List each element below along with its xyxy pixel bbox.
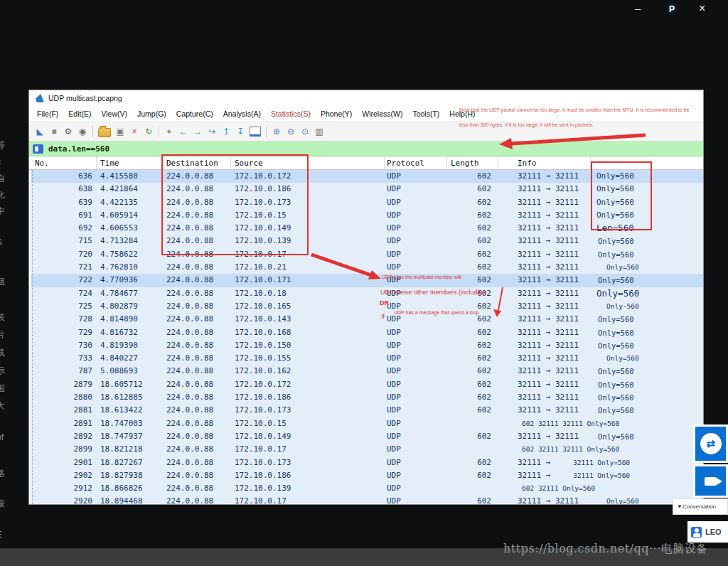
column-header-protocol[interactable]: Protocol (385, 156, 447, 169)
packet-row-724[interactable]: 7244.784677224.0.0.88172.10.0.18UDP60232… (31, 287, 703, 300)
capture-stop-icon[interactable]: ■ (48, 125, 60, 138)
edge-glyph: S (0, 237, 2, 247)
source-cell: 172.10.0.149 (231, 430, 385, 443)
no-cell: 733 (31, 352, 97, 365)
packet-row-639[interactable]: 6394.422135224.0.0.88172.10.0.173UDP6023… (31, 196, 703, 209)
resize-columns-icon[interactable]: ▥ (313, 125, 326, 138)
packet-row-636[interactable]: 6364.415580224.0.0.88172.10.0.172UDP6023… (31, 170, 703, 183)
destination-cell: 224.0.0.88 (163, 352, 231, 365)
menu-item-view[interactable]: View(V) (96, 108, 132, 119)
info-extra-cell: Only=560 (591, 274, 703, 287)
edge-glyph: 中 (0, 205, 5, 218)
go-to-packet-icon[interactable]: ↪ (205, 125, 218, 138)
close-file-icon[interactable]: × (128, 125, 141, 138)
menu-item-wireless[interactable]: Wireless(W) (357, 108, 407, 119)
destination-cell: 224.0.0.88 (163, 209, 231, 222)
go-bottom-icon[interactable]: ↧ (234, 125, 247, 138)
menu-item-edit[interactable]: Edit(E) (63, 108, 96, 119)
packet-row-2891[interactable]: 289118.747003224.0.0.88172.10.0.15UDP602… (31, 417, 703, 430)
no-cell: 2920 (31, 495, 97, 504)
menu-item-jump[interactable]: Jump(G) (132, 108, 171, 119)
edge-glyph: 化 (0, 189, 5, 201)
packet-row-638[interactable]: 6384.421864224.0.0.88172.10.0.186UDP6023… (31, 183, 703, 196)
zoom-in-icon[interactable]: ⊕ (270, 125, 283, 138)
zoom-out-icon[interactable]: ⊖ (284, 125, 297, 138)
source-cell: 172.10.0.149 (231, 222, 385, 235)
packet-row-715[interactable]: 7154.713284224.0.0.88172.10.0.139UDP6023… (31, 235, 703, 247)
protocol-cell: UDP (385, 209, 447, 222)
packet-row-722[interactable]: 7224.770936224.0.0.88172.10.0.171UDP6023… (31, 274, 703, 287)
minimize-button[interactable]: – (635, 2, 641, 14)
bookmark-icon[interactable] (33, 144, 43, 154)
packet-row-2880[interactable]: 288018.612885224.0.0.88172.10.0.186UDP60… (31, 391, 703, 404)
packet-row-787[interactable]: 7875.088693224.0.0.88172.10.0.162UDP6023… (31, 365, 703, 378)
menu-item-capture[interactable]: Capture(C) (171, 108, 218, 119)
go-back-icon[interactable]: ← (177, 125, 190, 138)
capture-start-icon[interactable]: ◣ (33, 125, 46, 138)
length-cell: 602 (447, 170, 498, 183)
packet-row-733[interactable]: 7334.840227224.0.0.88172.10.0.155UDP6023… (31, 352, 703, 365)
info-extra-cell: Only=560 (591, 196, 703, 209)
close-button[interactable]: × (699, 2, 705, 15)
go-top-icon[interactable]: ↥ (220, 125, 232, 138)
capture-target-icon[interactable]: ◉ (76, 125, 89, 138)
length-cell: 602 (447, 209, 498, 222)
find-packet-icon[interactable]: ⌖ (163, 125, 176, 138)
packet-row-730[interactable]: 7304.819390224.0.0.88172.10.0.150UDP6023… (31, 339, 703, 352)
column-header-length[interactable]: Length (447, 156, 498, 169)
remote-arrows-button[interactable]: ⇄ (693, 424, 728, 463)
packet-row-2881[interactable]: 288118.613422224.0.0.88172.10.0.173UDP60… (31, 404, 703, 417)
filter-bar[interactable]: data.len==560 (29, 142, 703, 156)
menu-item-analysis[interactable]: Analysis(A) (218, 108, 266, 119)
annotation-text: UD receive other members (including (380, 289, 486, 296)
protocol-cell: UDP (385, 248, 447, 261)
open-file-icon[interactable] (98, 128, 111, 137)
packet-row-720[interactable]: 7204.758622224.0.0.88172.10.0.17UDP60232… (31, 248, 703, 261)
remote-video-button[interactable] (693, 464, 728, 498)
info-cell: 32111 → 32111 (498, 404, 591, 417)
menu-item-phone[interactable]: Phone(Y) (316, 108, 357, 119)
source-cell: 172.10.0.17 (231, 443, 385, 456)
column-header-no[interactable]: No. (31, 156, 97, 169)
packet-row-2901[interactable]: 290118.827267224.0.0.88172.10.0.173UDP60… (31, 456, 703, 469)
packet-row-725[interactable]: 7254.802879224.0.0.88172.10.0.165UDP6023… (31, 300, 703, 313)
no-cell: 722 (31, 274, 97, 287)
arrows-glyph: ⇄ (706, 437, 715, 450)
menu-item-tools[interactable]: Tools(T) (407, 108, 444, 119)
menu-item-file[interactable]: File(F) (32, 108, 63, 119)
capture-options-icon[interactable]: ⚙ (62, 125, 75, 138)
protocol-cell: UDP (385, 352, 447, 365)
packet-row-728[interactable]: 7284.814890224.0.0.88172.10.0.143UDP6023… (31, 313, 703, 326)
user-panel[interactable]: LEO (687, 521, 728, 543)
edge-glyph: 等 (0, 139, 5, 151)
app-logo: P (669, 4, 675, 14)
time-cell: 18.612885 (97, 391, 163, 404)
save-file-icon[interactable]: ▣ (114, 125, 127, 138)
packet-row-691[interactable]: 6914.605914224.0.0.88172.10.0.15UDP60232… (31, 209, 703, 222)
reload-icon[interactable]: ↻ (142, 125, 155, 138)
annotation-text: DR (380, 299, 389, 306)
packet-row-692[interactable]: 6924.606553224.0.0.88172.10.0.149UDP6023… (31, 222, 703, 235)
packet-row-729[interactable]: 7294.816732224.0.0.88172.10.0.168UDP6023… (31, 326, 703, 339)
destination-cell: 224.0.0.88 (163, 313, 231, 326)
packet-row-2912[interactable]: 291218.866826224.0.0.88172.10.0.139UDP60… (31, 482, 703, 495)
filter-input[interactable]: data.len==560 (48, 144, 109, 154)
protocol-cell: UDP (385, 235, 447, 247)
packet-row-2920[interactable]: 292018.894468224.0.0.88172.10.0.17UDP602… (31, 495, 703, 504)
destination-cell: 224.0.0.88 (163, 378, 231, 391)
go-forward-icon[interactable]: → (191, 125, 204, 138)
packet-row-2902[interactable]: 290218.827938224.0.0.88172.10.0.186UDP60… (31, 469, 703, 482)
packet-row-2892[interactable]: 289218.747937224.0.0.88172.10.0.149UDP60… (31, 430, 703, 443)
menu-item-statistics[interactable]: Statistics(S) (266, 108, 316, 119)
packet-row-721[interactable]: 7214.762810224.0.0.88172.10.0.21UDP60232… (31, 261, 703, 274)
no-cell: 728 (31, 313, 97, 326)
zoom-reset-icon[interactable]: ⊙ (299, 125, 311, 138)
conversation-panel[interactable]: ▼Conversation (673, 498, 728, 515)
column-header-destination[interactable]: Destination (163, 156, 231, 169)
packet-row-2899[interactable]: 289918.821218224.0.0.88172.10.0.17UDP602… (31, 443, 703, 456)
auto-scroll-icon[interactable] (250, 127, 261, 137)
column-header-info[interactable]: Info (498, 156, 591, 169)
packet-row-2879[interactable]: 287918.605712224.0.0.88172.10.0.172UDP60… (31, 378, 703, 391)
column-header-time[interactable]: Time (97, 156, 163, 169)
column-header-source[interactable]: Source (231, 156, 385, 169)
